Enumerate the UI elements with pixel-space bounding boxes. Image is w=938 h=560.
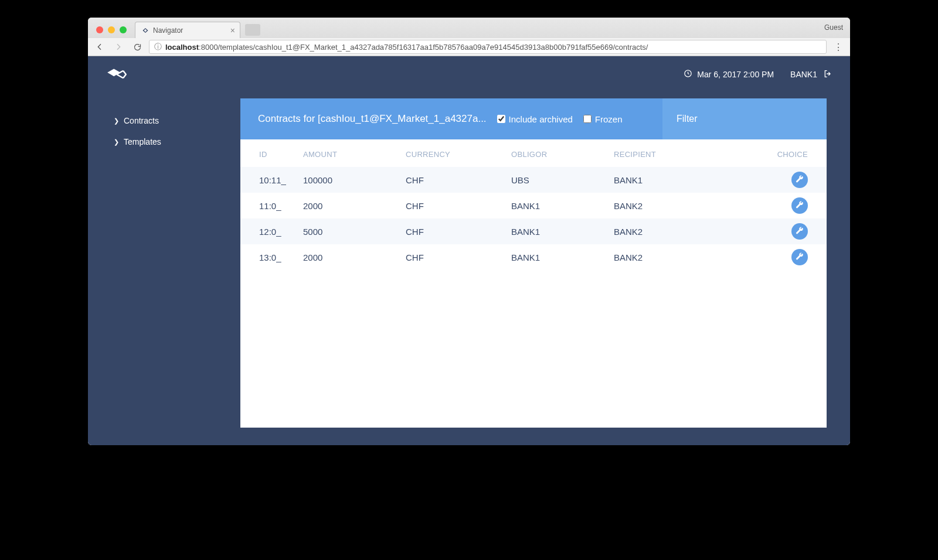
tab-title: Navigator [153,26,183,35]
browser-chrome: Navigator × Guest ⓘ localhost:8000/templ… [88,18,850,56]
table-row[interactable]: 12:0_5000CHFBANK1BANK2 [240,218,827,244]
th-choice: CHOICE [767,150,808,159]
address-bar[interactable]: ⓘ localhost:8000/templates/cashIou_t1@FX… [149,40,827,54]
cell-obligor: BANK1 [511,227,614,237]
cell-amount: 2000 [303,201,406,211]
browser-tab[interactable]: Navigator × [135,22,240,38]
cell-currency: CHF [406,227,511,237]
info-icon: ⓘ [154,42,162,52]
frozen-label: Frozen [595,114,623,124]
forward-button[interactable] [111,40,125,54]
window-controls [94,26,131,38]
frozen-input[interactable] [583,115,592,123]
cell-choice [767,172,808,188]
include-archived-input[interactable] [497,115,505,123]
browser-menu-button[interactable]: ⋮ [831,40,845,54]
browser-window: Navigator × Guest ⓘ localhost:8000/templ… [88,18,850,445]
cell-obligor: BANK1 [511,201,614,211]
cell-currency: CHF [406,252,511,262]
app: Mar 6, 2017 2:00 PM BANK1 ❯ Contracts ❯ [88,56,850,445]
favicon-icon [141,26,149,35]
cell-amount: 100000 [303,175,406,185]
close-tab-icon[interactable]: × [230,26,235,35]
header-right: Mar 6, 2017 2:00 PM BANK1 [684,69,832,80]
table-body: 10:11_100000CHFUBSBANK111:0_2000CHFBANK1… [240,167,827,270]
table-row[interactable]: 11:0_2000CHFBANK1BANK2 [240,193,827,218]
wrench-icon [796,227,804,237]
cell-currency: CHF [406,175,511,185]
panel-title: Contracts for [cashIou_t1@FX_Market_1_a4… [258,113,487,125]
cell-recipient: BANK1 [614,175,767,185]
content: ❯ Contracts ❯ Templates Contracts for [c… [88,93,850,445]
sidebar-item-templates[interactable]: ❯ Templates [114,131,240,152]
choice-action-button[interactable] [791,172,808,188]
th-id[interactable]: ID [259,150,303,159]
cell-amount: 5000 [303,227,406,237]
brand-logo-icon[interactable] [106,63,128,86]
cell-choice [767,223,808,240]
wrench-icon [796,201,804,211]
table-row[interactable]: 13:0_2000CHFBANK1BANK2 [240,244,827,270]
toolbar: ⓘ localhost:8000/templates/cashIou_t1@FX… [88,38,850,56]
app-header: Mar 6, 2017 2:00 PM BANK1 [88,56,850,93]
sidebar: ❯ Contracts ❯ Templates [88,93,240,428]
wrench-icon [796,175,804,185]
close-window-icon[interactable] [96,26,103,33]
filter-input[interactable]: Filter [677,114,698,124]
cell-obligor: BANK1 [511,252,614,262]
clock-icon [684,69,692,80]
maximize-window-icon[interactable] [120,26,127,33]
th-currency[interactable]: CURRENCY [406,150,511,159]
choice-action-button[interactable] [791,249,808,265]
th-amount[interactable]: AMOUNT [303,150,406,159]
cell-choice [767,249,808,265]
datetime-text: Mar 6, 2017 2:00 PM [697,70,774,79]
include-archived-checkbox[interactable]: Include archived [497,114,573,124]
cell-recipient: BANK2 [614,252,767,262]
minimize-window-icon[interactable] [108,26,115,33]
tab-strip: Navigator × Guest [88,18,850,38]
sidebar-item-contracts[interactable]: ❯ Contracts [114,110,240,131]
profile-label[interactable]: Guest [824,23,843,32]
chevron-right-icon: ❯ [114,117,119,125]
filter-cell: Filter [662,98,827,139]
cell-choice [767,197,808,214]
cell-id: 13:0_ [259,252,303,262]
table-row[interactable]: 10:11_100000CHFUBSBANK1 [240,167,827,193]
choice-action-button[interactable] [791,197,808,214]
cell-recipient: BANK2 [614,227,767,237]
header-user[interactable]: BANK1 [790,69,832,80]
chevron-right-icon: ❯ [114,138,119,146]
contracts-table: ID AMOUNT CURRENCY OBLIGOR RECIPIENT CHO… [240,139,827,428]
wrench-icon [796,252,804,262]
panel-header: Contracts for [cashIou_t1@FX_Market_1_a4… [240,98,827,139]
url-text: localhost:8000/templates/cashIou_t1@FX_M… [165,43,648,52]
table-header: ID AMOUNT CURRENCY OBLIGOR RECIPIENT CHO… [240,139,827,167]
new-tab-button[interactable] [245,24,260,36]
cell-recipient: BANK2 [614,201,767,211]
cell-amount: 2000 [303,252,406,262]
cell-id: 12:0_ [259,227,303,237]
header-datetime: Mar 6, 2017 2:00 PM [684,69,774,80]
th-recipient[interactable]: RECIPIENT [614,150,767,159]
cell-id: 11:0_ [259,201,303,211]
reload-button[interactable] [130,40,144,54]
th-obligor[interactable]: OBLIGOR [511,150,614,159]
choice-action-button[interactable] [791,223,808,240]
main-panel: Contracts for [cashIou_t1@FX_Market_1_a4… [240,98,827,428]
sidebar-item-label: Contracts [124,116,159,125]
back-button[interactable] [93,40,107,54]
cell-id: 10:11_ [259,175,303,185]
include-archived-label: Include archived [509,114,573,124]
user-label: BANK1 [790,70,817,79]
sidebar-item-label: Templates [124,137,161,146]
cell-obligor: UBS [511,175,614,185]
logout-icon[interactable] [823,69,832,80]
frozen-checkbox[interactable]: Frozen [583,114,623,124]
cell-currency: CHF [406,201,511,211]
